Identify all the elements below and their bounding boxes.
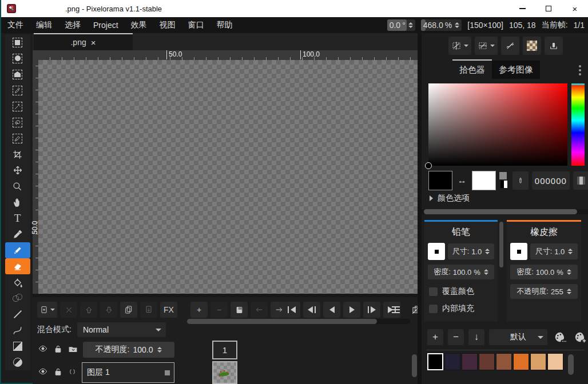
pencil-brush-button[interactable] (428, 243, 445, 260)
add-layer-button[interactable] (37, 302, 57, 318)
cel-thumbnail[interactable] (212, 361, 237, 384)
remove-frame-button[interactable]: − (210, 302, 228, 318)
tool-rectangle[interactable] (5, 338, 30, 354)
tool-color-select[interactable] (5, 82, 30, 98)
close-button[interactable]: × (562, 0, 588, 17)
tool-polygon-select[interactable] (5, 66, 30, 82)
move-frame-left-button[interactable] (251, 302, 268, 318)
eraser-density-spinbox[interactable]: 密度: 100.0 % (510, 265, 578, 279)
tool-move[interactable] (5, 162, 30, 178)
layer-opacity-spinner[interactable] (157, 347, 162, 353)
pencil-density-spinbox[interactable]: 密度: 100.0 % (428, 265, 494, 279)
layer-visibility-icon[interactable] (37, 344, 49, 355)
go-next-frame-button[interactable] (363, 302, 380, 318)
vertical-ruler[interactable]: 50.0 (33, 60, 38, 294)
layer-fx-button[interactable]: FX (160, 302, 177, 318)
add-swatch-button[interactable]: + (427, 329, 443, 345)
tool-shading[interactable] (5, 290, 30, 306)
move-layer-up-button[interactable] (80, 302, 97, 318)
rotation-spinbox[interactable]: 0.0 ° (387, 19, 415, 31)
tab-color-picker[interactable]: 拾色器 (452, 59, 492, 79)
eraser-brush-button[interactable] (510, 243, 527, 260)
opacity-spinner[interactable] (567, 289, 571, 294)
overwrite-color-checkbox[interactable] (429, 287, 438, 296)
size-spinner[interactable] (485, 249, 490, 254)
drawing-canvas[interactable] (38, 60, 418, 294)
go-first-frame-button[interactable] (283, 302, 300, 318)
palette-swatch-2[interactable] (444, 353, 460, 370)
eraser-opacity-spinbox[interactable]: 不透明度: 255 (510, 284, 578, 299)
add-layer-dropdown-icon[interactable] (50, 309, 55, 311)
right-color-swatch[interactable] (472, 171, 496, 190)
tool-magic-wand[interactable] (5, 98, 30, 114)
tool-pan[interactable] (5, 194, 30, 210)
mirror-vertical-button[interactable] (475, 37, 498, 55)
blend-mode-dropdown[interactable]: Normal (77, 322, 166, 337)
palette-swatch-6[interactable] (513, 353, 529, 370)
tool-color-picker[interactable] (5, 226, 30, 242)
layer-cel-menu-icon[interactable] (67, 344, 78, 356)
frame-1-button[interactable]: 1 (212, 341, 237, 359)
timeline-vertical-scrollbar[interactable] (412, 352, 417, 384)
eraser-size-spinbox[interactable]: 尺寸: 1.0 (530, 243, 578, 259)
density-spinner[interactable] (484, 269, 488, 275)
pixel-perfect-button[interactable] (501, 37, 519, 55)
palette-scrollbar[interactable] (568, 354, 574, 381)
tool-rectangle-select[interactable] (5, 34, 30, 50)
tab-reference-images[interactable]: 参考图像 (492, 61, 540, 79)
size-spinner[interactable] (568, 249, 573, 254)
palette-swatch-3[interactable] (462, 353, 478, 370)
zoom-spinbox[interactable]: 468.0 % (421, 19, 462, 31)
hue-cursor[interactable] (571, 83, 585, 85)
new-palette-button[interactable] (573, 329, 588, 345)
timeline-settings-button[interactable] (387, 302, 404, 318)
layer1-name[interactable]: 图层 1 (82, 362, 174, 383)
play-forward-button[interactable] (343, 302, 360, 318)
palette-swatch-1[interactable] (427, 353, 443, 370)
kebab-menu-icon[interactable] (579, 65, 581, 75)
tool-ellipse[interactable] (5, 354, 30, 370)
menu-effects[interactable]: 效果 (125, 17, 153, 33)
menu-window[interactable]: 窗口 (182, 17, 210, 33)
rotation-spinner[interactable] (408, 22, 413, 28)
zoom-spinner[interactable] (455, 22, 459, 28)
menu-edit[interactable]: 编辑 (30, 17, 58, 33)
menu-file[interactable]: 文件 (1, 17, 30, 33)
tab-close-icon[interactable]: × (91, 38, 96, 47)
move-layer-down-button[interactable] (100, 302, 117, 318)
play-backwards-button[interactable] (323, 302, 340, 318)
palette-swatch-7[interactable] (530, 353, 546, 370)
palette-select-dropdown[interactable]: 默认 (489, 329, 547, 345)
tool-text[interactable]: T (5, 210, 30, 226)
color-mode-button[interactable] (573, 171, 588, 190)
hue-slider[interactable] (571, 83, 585, 166)
layer1-visibility-icon[interactable] (37, 367, 49, 378)
default-colors-icon[interactable] (499, 172, 508, 189)
color-options-expander[interactable]: 颜色选项 (430, 193, 470, 203)
maximize-button[interactable] (535, 0, 562, 17)
minimize-button[interactable] (509, 0, 535, 17)
remove-swatch-button[interactable]: − (448, 329, 464, 345)
add-frame-button[interactable]: + (190, 302, 208, 318)
horizontal-ruler[interactable]: 50.0 100.0 (38, 50, 422, 60)
density-spinner[interactable] (567, 269, 571, 275)
edit-palette-button[interactable] (552, 329, 568, 345)
document-tab[interactable]: .png × (34, 33, 133, 50)
dynamics-button[interactable] (545, 37, 563, 55)
menu-view[interactable]: 视图 (153, 17, 182, 33)
hex-color-field[interactable]: 000000 (532, 171, 570, 190)
clone-frame-button[interactable] (231, 302, 248, 318)
palette-swatch-4[interactable] (479, 353, 495, 370)
tool-curve[interactable] (5, 322, 30, 338)
tool-ellipse-select[interactable] (5, 50, 30, 66)
sort-palette-button[interactable]: ↓ (468, 329, 484, 345)
palette-swatch-5[interactable] (496, 353, 512, 370)
sv-cursor[interactable] (425, 162, 432, 169)
saturation-value-picker[interactable] (428, 83, 567, 166)
tool-pencil[interactable] (5, 242, 30, 258)
tool-lasso[interactable] (5, 114, 30, 130)
tool-eraser[interactable] (5, 258, 30, 274)
tool-paint-select[interactable] (5, 130, 30, 146)
merge-layer-button[interactable] (140, 302, 157, 318)
tool-zoom[interactable] (5, 178, 30, 194)
